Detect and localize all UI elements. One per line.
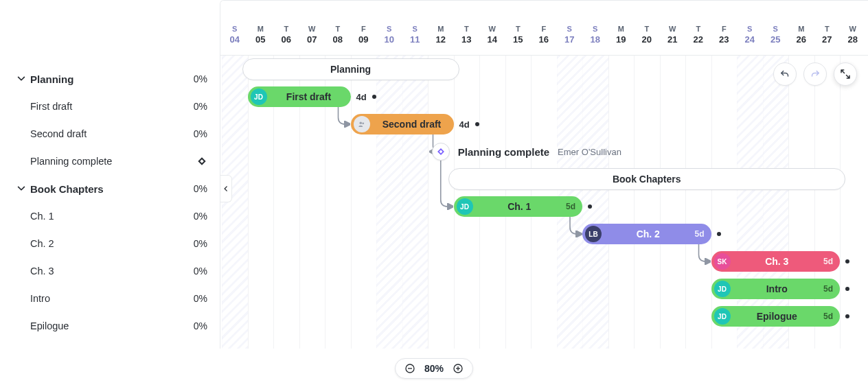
day-header: T06	[273, 1, 299, 46]
task-bar-label: Second draft	[370, 119, 454, 130]
day-header: S24	[737, 1, 763, 46]
day-header: F16	[531, 1, 557, 46]
task-row-epilogue[interactable]: Epilogue 0%	[0, 312, 220, 340]
zoom-control: 80%	[395, 358, 473, 379]
task-bar-label: Ch. 2	[602, 228, 694, 239]
task-bar[interactable]: JDFirst draft	[248, 86, 351, 107]
task-label: Second draft	[30, 128, 194, 139]
group-row-book-chapters[interactable]: Book Chapters 0%	[0, 175, 220, 202]
task-bar[interactable]: LBCh. 25d	[582, 224, 711, 244]
zoom-out-button[interactable]	[404, 362, 416, 375]
svg-point-1	[359, 122, 362, 125]
day-header: S18	[582, 1, 608, 46]
task-duration: 4d	[356, 92, 367, 102]
task-duration: 5d	[823, 284, 833, 294]
task-row-ch1[interactable]: Ch. 1 0%	[0, 202, 220, 230]
task-bar[interactable]: Second draft	[351, 114, 454, 134]
task-row-ch3[interactable]: Ch. 3 0%	[0, 257, 220, 285]
status-dot	[372, 95, 376, 99]
group-bar[interactable]: Planning	[242, 58, 459, 80]
task-row-intro[interactable]: Intro 0%	[0, 285, 220, 312]
chevron-down-icon	[15, 73, 27, 85]
task-row-first-draft[interactable]: First draft 0%	[0, 93, 220, 120]
assignee-avatar[interactable]: LB	[585, 226, 602, 242]
undo-button[interactable]	[773, 62, 797, 86]
task-label: Planning complete	[30, 156, 196, 167]
svg-rect-0	[199, 159, 205, 164]
task-bar[interactable]: SKCh. 35d	[711, 251, 841, 272]
task-bar[interactable]: JDCh. 15d	[454, 196, 583, 217]
task-label: Epilogue	[30, 320, 194, 331]
day-header: W21	[660, 1, 686, 46]
milestone-label: Planning complete	[458, 146, 549, 158]
day-header: S10	[376, 1, 402, 46]
task-duration: 5d	[823, 312, 833, 321]
day-header: T20	[634, 1, 660, 46]
task-duration: 4d	[459, 119, 470, 130]
day-header: T15	[505, 1, 532, 46]
day-header: T13	[454, 1, 480, 46]
task-label: Ch. 1	[30, 211, 194, 222]
expand-button[interactable]	[834, 62, 857, 86]
task-label: Ch. 3	[30, 266, 194, 277]
milestone-icon	[432, 143, 450, 161]
task-label: Ch. 2	[30, 238, 194, 249]
status-dot	[717, 232, 721, 236]
milestone-owner: Emer O'Sullivan	[558, 147, 621, 157]
status-dot	[845, 287, 849, 291]
redo-button[interactable]	[803, 62, 827, 86]
status-dot	[845, 314, 849, 318]
timeline-header: S04M05T06W07T08F09S10S11M12T13W14T15F16S…	[220, 1, 868, 56]
task-duration: 5d	[694, 229, 704, 239]
assignee-avatar[interactable]: JD	[714, 308, 731, 325]
task-progress: 0%	[194, 211, 207, 222]
group-progress: 0%	[194, 183, 207, 194]
day-header: F09	[351, 1, 377, 46]
day-header: T08	[325, 1, 351, 46]
assignee-avatar[interactable]: SK	[714, 253, 731, 270]
task-row-ch2[interactable]: Ch. 2 0%	[0, 230, 220, 257]
day-header: W28	[840, 1, 866, 46]
collapse-sidebar-button[interactable]	[220, 175, 232, 202]
task-bar-label: Epilogue	[731, 311, 823, 322]
task-progress: 0%	[194, 101, 207, 112]
task-duration: 5d	[566, 202, 575, 211]
group-label: Book Chapters	[30, 183, 194, 195]
zoom-in-button[interactable]	[452, 362, 464, 375]
group-bar[interactable]: Book Chapters	[448, 168, 846, 190]
task-bar-label: Ch. 3	[731, 256, 823, 267]
assignee-avatar[interactable]: JD	[251, 89, 267, 105]
task-progress: 0%	[194, 320, 207, 331]
task-duration: 5d	[823, 257, 833, 266]
task-progress: 0%	[194, 293, 207, 304]
task-row-planning-complete[interactable]: Planning complete	[0, 148, 220, 175]
svg-rect-3	[438, 149, 443, 154]
day-header: M12	[428, 1, 454, 46]
task-label: Intro	[30, 293, 194, 304]
assignee-avatar[interactable]: JD	[457, 198, 473, 215]
group-progress: 0%	[194, 73, 207, 84]
group-label: Planning	[30, 73, 194, 85]
assignee-avatar[interactable]: JD	[714, 281, 731, 297]
day-header: S25	[763, 1, 789, 46]
status-dot	[845, 259, 849, 263]
milestone[interactable]: Planning completeEmer O'Sullivan	[432, 141, 621, 162]
day-header: S17	[557, 1, 583, 46]
task-list-sidebar: Planning 0% First draft 0% Second draft …	[0, 0, 220, 387]
task-progress: 0%	[194, 238, 207, 249]
day-header: T27	[814, 1, 841, 46]
task-bar-label: First draft	[267, 91, 351, 102]
task-bar[interactable]: JDIntro5d	[711, 279, 841, 299]
day-header: F23	[711, 1, 738, 46]
assignee-avatar[interactable]	[354, 116, 370, 132]
task-bar-label: Intro	[731, 283, 823, 294]
task-progress: 0%	[194, 128, 207, 139]
gantt-timeline[interactable]: S04M05T06W07T08F09S10S11M12T13W14T15F16S…	[220, 0, 868, 349]
day-header: W14	[479, 1, 505, 46]
task-row-second-draft[interactable]: Second draft 0%	[0, 120, 220, 148]
task-bar-label: Ch. 1	[473, 201, 566, 212]
task-bar[interactable]: JDEpilogue5d	[711, 306, 841, 327]
group-row-planning[interactable]: Planning 0%	[0, 65, 220, 93]
task-progress: 0%	[194, 266, 207, 277]
day-header: M05	[248, 1, 274, 46]
